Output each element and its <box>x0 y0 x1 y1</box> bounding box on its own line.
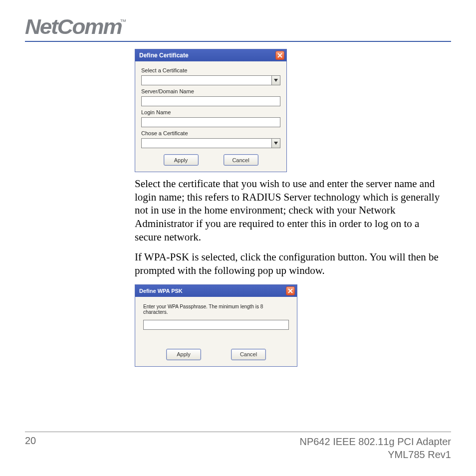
server-domain-label: Server/Domain Name <box>141 88 280 94</box>
main-content: Define Certificate Select a Certificate … <box>25 49 451 367</box>
select-cert-dropdown[interactable] <box>271 75 280 85</box>
select-cert-input[interactable] <box>141 75 271 85</box>
choose-cert-field <box>141 138 280 148</box>
close-button[interactable] <box>275 51 284 60</box>
select-cert-field <box>141 75 280 85</box>
dialog2-title: Define WPA PSK <box>139 288 183 294</box>
dialog-titlebar: Define Certificate <box>135 49 286 61</box>
wpa-instruction: Enter your WPA Passphrase. The minimum l… <box>143 304 289 315</box>
wpa-passphrase-input[interactable] <box>143 320 289 330</box>
close-icon <box>288 288 293 293</box>
page-footer: 20 NP642 IEEE 802.11g PCI Adapter YML785… <box>25 432 451 461</box>
trademark-symbol: ™ <box>120 18 126 25</box>
dialog2-titlebar: Define WPA PSK <box>135 285 297 297</box>
login-name-field <box>141 117 280 127</box>
brand-logo: NetComm <box>25 15 122 39</box>
chevron-down-icon <box>274 79 278 82</box>
choose-cert-input[interactable] <box>141 138 271 148</box>
choose-cert-label: Chose a Certificate <box>141 130 280 136</box>
login-name-input[interactable] <box>141 117 280 127</box>
define-certificate-dialog: Define Certificate Select a Certificate … <box>135 49 287 172</box>
dialog-title: Define Certificate <box>139 52 189 59</box>
apply-button[interactable]: Apply <box>166 349 201 360</box>
close-button[interactable] <box>286 286 295 295</box>
product-name: NP642 IEEE 802.11g PCI Adapter <box>299 435 451 448</box>
cancel-button[interactable]: Cancel <box>231 349 266 360</box>
dialog2-buttons: Apply Cancel <box>143 349 289 360</box>
select-cert-label: Select a Certificate <box>141 67 280 73</box>
header-divider <box>25 41 451 42</box>
cancel-button[interactable]: Cancel <box>224 154 258 166</box>
page-number: 20 <box>25 435 36 461</box>
page-header: NetComm ™ <box>25 15 451 39</box>
footer-divider <box>25 432 451 432</box>
define-wpa-psk-dialog: Define WPA PSK Enter your WPA Passphrase… <box>135 284 297 367</box>
dialog-body: Select a Certificate Server/Domain Name … <box>135 61 286 172</box>
dialog2-body: Enter your WPA Passphrase. The minimum l… <box>135 297 297 366</box>
chevron-down-icon <box>274 142 278 145</box>
instruction-paragraph-2: If WPA-PSK is selected, click the config… <box>135 250 446 277</box>
instruction-paragraph-1: Select the certificate that you wish to … <box>135 177 446 243</box>
choose-cert-dropdown[interactable] <box>271 138 280 148</box>
close-icon <box>277 53 282 58</box>
revision-code: YML785 Rev1 <box>299 448 451 461</box>
dialog1-buttons: Apply Cancel <box>141 154 280 166</box>
footer-product-info: NP642 IEEE 802.11g PCI Adapter YML785 Re… <box>299 435 451 461</box>
apply-button[interactable]: Apply <box>164 154 199 166</box>
login-name-label: Login Name <box>141 109 280 115</box>
server-domain-field <box>141 96 280 106</box>
server-domain-input[interactable] <box>141 96 280 106</box>
